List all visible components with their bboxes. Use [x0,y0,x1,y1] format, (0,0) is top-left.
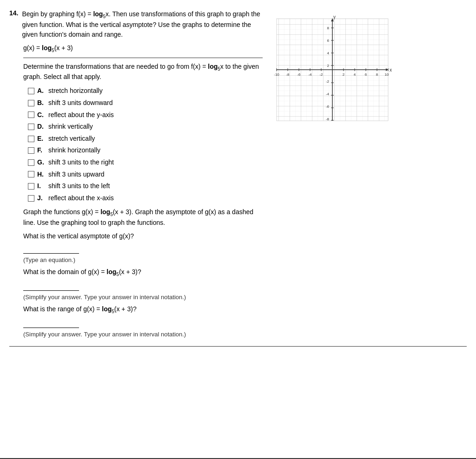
range-question: What is the range of g(x) = log5(x + 3)? [23,305,263,314]
option-letter-f: F. [37,146,46,155]
svg-text:-2: -2 [326,79,330,84]
list-item: J. reflect about the x-axis [28,194,263,203]
list-item: D. shrink vertically [28,122,263,131]
checkbox-j[interactable] [28,195,34,202]
range-hint: (Simplify your answer. Type your answer … [23,331,263,338]
list-item: F. shrink horizontally [28,146,263,155]
domain-section: What is the domain of g(x) = log5(x + 3)… [23,268,263,291]
checkbox-c[interactable] [28,111,34,118]
option-letter-d: D. [37,122,46,131]
coordinate-graph[interactable]: x y -10 -8 -6 -4 -2 2 4 6 8 10 8 [267,14,397,130]
list-item: B. shift 3 units downward [28,98,263,108]
divider-1 [23,58,263,58]
option-text-f: shrink horizontally [48,146,100,155]
list-item: E. stretch vertically [28,134,263,144]
domain-question: What is the domain of g(x) = log5(x + 3)… [23,268,263,277]
svg-text:2: 2 [343,72,345,77]
graph-instruction: Graph the functions g(x) = log5(x + 3). … [23,207,263,228]
svg-text:-8: -8 [326,117,330,121]
option-letter-i: I. [37,182,46,191]
svg-text:4: 4 [354,72,356,77]
option-letter-j: J. [37,194,46,203]
question-number: 14. [9,9,18,39]
svg-text:-6: -6 [326,105,330,109]
domain-hint: (Simplify your answer. Type your answer … [23,294,263,301]
bottom-divider [9,346,467,347]
option-letter-c: C. [37,111,46,120]
list-item: I. shift 3 units to the left [28,182,263,191]
checkbox-e[interactable] [28,136,34,142]
svg-text:10: 10 [385,72,389,77]
question-container: 14. Begin by graphing f(x) = log5x. Then… [0,5,476,346]
option-text-e: stretch vertically [48,134,95,144]
checkbox-g[interactable] [28,159,34,166]
option-text-d: shrink vertically [48,122,93,131]
page: 14. Begin by graphing f(x) = log5x. Then… [0,0,476,459]
range-answer-line[interactable] [23,319,79,328]
svg-text:-10: -10 [274,72,279,77]
checkbox-h[interactable] [28,171,34,177]
option-text-c: reflect about the y-axis [48,111,114,120]
list-item: G. shift 3 units to the right [28,158,263,167]
right-column: x y -10 -8 -6 -4 -2 2 4 6 8 10 8 [267,9,467,341]
option-text-a: stretch horizontally [48,86,103,96]
asymptote-answer-line[interactable] [23,244,79,254]
checkbox-i[interactable] [28,183,34,190]
left-column: 14. Begin by graphing f(x) = log5x. Then… [9,9,263,341]
option-letter-g: G. [37,158,46,167]
list-item: C. reflect about the y-axis [28,111,263,120]
svg-text:2: 2 [327,64,330,68]
svg-text:4: 4 [327,51,330,55]
option-text-g: shift 3 units to the right [48,158,114,167]
checkbox-d[interactable] [28,124,34,130]
option-text-h: shift 3 units upward [48,170,105,179]
svg-text:6: 6 [327,39,330,43]
given-function: g(x) = log5(x + 3) [23,44,263,53]
option-text-i: shift 3 units to the left [48,182,110,191]
checkbox-b[interactable] [28,100,34,106]
svg-text:-2: -2 [319,72,323,77]
range-section: What is the range of g(x) = log5(x + 3)? [23,305,263,328]
option-letter-a: A. [37,86,46,96]
graph-wrapper[interactable]: x y -10 -8 -6 -4 -2 2 4 6 8 10 8 [267,14,397,130]
svg-text:8: 8 [327,26,330,30]
svg-text:-8: -8 [286,72,290,77]
svg-text:-4: -4 [326,92,330,96]
asymptote-question: What is the vertical asymptote of g(x)? [23,232,263,240]
svg-text:6: 6 [365,72,367,77]
option-text-b: shift 3 units downward [48,98,113,108]
list-item: H. shift 3 units upward [28,170,263,179]
checkbox-f[interactable] [28,147,34,154]
y-axis-label: y [333,14,336,20]
svg-text:8: 8 [376,72,378,77]
asymptote-section: What is the vertical asymptote of g(x)? [23,232,263,254]
transform-prompt: Determine the transformations that are n… [23,62,263,82]
options-list: A. stretch horizontally B. shift 3 units… [28,86,263,203]
x-axis-label: x [390,67,392,72]
svg-text:-6: -6 [297,72,301,77]
list-item: A. stretch horizontally [28,86,263,96]
checkbox-a[interactable] [28,88,34,94]
option-letter-e: E. [37,134,46,144]
svg-text:-4: -4 [308,72,312,77]
asymptote-hint: (Type an equation.) [23,256,263,263]
option-letter-b: B. [37,98,46,108]
option-text-j: reflect about the x-axis [48,194,114,203]
option-letter-h: H. [37,170,46,179]
question-intro: Begin by graphing f(x) = log5x. Then use… [22,9,263,39]
domain-answer-line[interactable] [23,282,79,291]
